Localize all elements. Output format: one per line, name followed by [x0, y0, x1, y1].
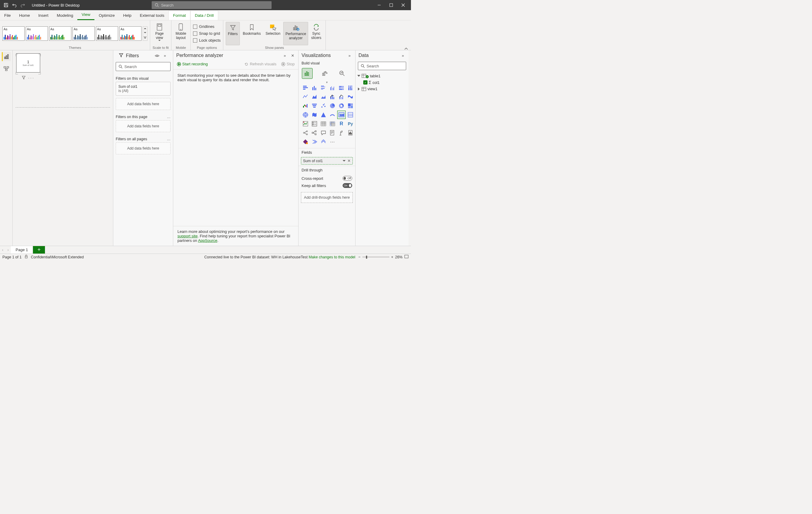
- table-icon[interactable]: [320, 120, 327, 128]
- table-node[interactable]: table1: [357, 73, 407, 79]
- zoom-slider[interactable]: [362, 257, 389, 257]
- maximize-button[interactable]: [385, 0, 397, 10]
- get-more-visuals-icon[interactable]: ⋯: [328, 138, 336, 146]
- minimize-button[interactable]: [373, 0, 385, 10]
- smart-narrative-icon[interactable]: [328, 129, 336, 137]
- drill-dropzone[interactable]: Add drill-through fields here: [301, 192, 353, 203]
- selection-pane-button[interactable]: Selection: [264, 22, 282, 45]
- tab-modeling[interactable]: Modeling: [53, 11, 78, 20]
- filter-card-col1[interactable]: Sum of col1 is (All): [116, 82, 171, 95]
- slicer-icon[interactable]: [311, 120, 318, 128]
- report-view-button[interactable]: [2, 52, 11, 61]
- filters-all-dropzone[interactable]: Add data fields here: [116, 142, 171, 154]
- filters-collapse[interactable]: »: [162, 53, 168, 58]
- themes-gallery[interactable]: Aa Aa Aa Aa Aa Aa: [2, 22, 147, 45]
- redo-icon[interactable]: [20, 2, 26, 8]
- treemap-icon[interactable]: [347, 102, 354, 110]
- key-influencers-icon[interactable]: [301, 129, 309, 137]
- map-icon[interactable]: [301, 111, 309, 119]
- filters-all-more[interactable]: …: [167, 137, 171, 141]
- ribbon-chart-icon[interactable]: [347, 93, 354, 101]
- filters-page-dropzone[interactable]: Add data fields here: [116, 120, 171, 132]
- arcgis-icon[interactable]: [320, 138, 327, 146]
- tab-file[interactable]: File: [0, 11, 15, 20]
- filters-page-more[interactable]: …: [167, 115, 171, 119]
- line-clustered-column-icon[interactable]: [338, 93, 345, 101]
- close-button[interactable]: [397, 0, 409, 10]
- tab-help[interactable]: Help: [119, 11, 136, 20]
- tab-view[interactable]: View: [77, 10, 94, 20]
- page-tab-1[interactable]: Page 1: [11, 246, 33, 254]
- refresh-visuals-button[interactable]: Refresh visuals: [244, 62, 277, 66]
- stacked-bar-icon[interactable]: [301, 84, 309, 92]
- pie-icon[interactable]: [328, 102, 336, 110]
- theme-1[interactable]: Aa: [2, 26, 25, 41]
- appsource-link[interactable]: AppSource: [198, 238, 217, 243]
- view-node[interactable]: view1: [357, 86, 407, 92]
- stacked-column-icon[interactable]: [311, 84, 318, 92]
- filters-show-icon[interactable]: [154, 53, 160, 58]
- filled-map-icon[interactable]: [311, 111, 318, 119]
- themes-more[interactable]: [143, 26, 147, 41]
- add-page-button[interactable]: +: [33, 246, 45, 254]
- tab-home[interactable]: Home: [15, 11, 34, 20]
- page-prev[interactable]: ‹: [0, 246, 5, 254]
- r-visual-icon[interactable]: R: [338, 120, 345, 128]
- power-automate-icon[interactable]: [311, 138, 318, 146]
- model-view-button[interactable]: [2, 64, 11, 73]
- tab-optimize[interactable]: Optimize: [94, 11, 119, 20]
- snap-check[interactable]: Snap to grid: [193, 31, 220, 36]
- card-icon[interactable]: 123: [338, 111, 345, 119]
- paginated-report-icon[interactable]: [347, 129, 354, 137]
- sync-slicers-button[interactable]: Sync slicers: [309, 22, 323, 45]
- remove-field-icon[interactable]: ✕: [347, 159, 351, 163]
- page-next[interactable]: ›: [5, 246, 11, 254]
- zoom-out[interactable]: −: [358, 255, 360, 259]
- support-link[interactable]: support site: [177, 234, 198, 238]
- power-apps-icon[interactable]: [301, 138, 309, 146]
- theme-6[interactable]: Aa: [119, 26, 142, 41]
- perf-close[interactable]: ✕: [290, 53, 295, 58]
- filters-search[interactable]: Search: [116, 62, 171, 71]
- filters-visual-dropzone[interactable]: Add data fields here: [116, 98, 171, 110]
- tab-external-tools[interactable]: External tools: [136, 11, 169, 20]
- save-icon[interactable]: [3, 2, 9, 8]
- page-view-button[interactable]: Page view: [152, 22, 166, 45]
- lock-check[interactable]: Lock objects: [193, 37, 221, 43]
- column-node[interactable]: ✓ Σ col1: [357, 79, 407, 86]
- qa-icon[interactable]: [320, 129, 327, 137]
- kpi-icon[interactable]: [301, 120, 309, 128]
- ribbon-collapse[interactable]: [401, 20, 411, 50]
- hundred-column-icon[interactable]: [347, 84, 354, 92]
- format-visual-tab[interactable]: [320, 68, 330, 79]
- line-icon[interactable]: [301, 93, 309, 101]
- keep-filters-toggle[interactable]: On: [343, 183, 352, 188]
- performance-analyzer-button[interactable]: Performance analyzer: [283, 22, 308, 45]
- gridlines-check[interactable]: Gridlines: [193, 24, 214, 29]
- matrix-icon[interactable]: [328, 120, 336, 128]
- area-icon[interactable]: [311, 93, 318, 101]
- theme-4[interactable]: Aa: [72, 26, 95, 41]
- card-visual[interactable]: 1 Sum of col1: [16, 53, 40, 73]
- theme-5[interactable]: Aa: [96, 26, 118, 41]
- multi-row-card-icon[interactable]: [347, 111, 354, 119]
- funnel-icon[interactable]: [311, 102, 318, 110]
- start-recording-button[interactable]: Start recording: [177, 62, 208, 66]
- tab-data-drill[interactable]: Data / Drill: [190, 10, 218, 20]
- waterfall-icon[interactable]: [301, 102, 309, 110]
- analytics-tab[interactable]: [337, 68, 347, 79]
- scatter-icon[interactable]: [320, 102, 327, 110]
- tab-format[interactable]: Format: [169, 10, 190, 20]
- theme-3[interactable]: Aa: [49, 26, 71, 41]
- decomposition-tree-icon[interactable]: [311, 129, 318, 137]
- fit-page-icon[interactable]: [404, 255, 409, 259]
- bookmarks-pane-button[interactable]: Bookmarks: [241, 22, 263, 45]
- goals-icon[interactable]: [338, 129, 345, 137]
- undo-icon[interactable]: [11, 2, 18, 8]
- visual-filter-icon[interactable]: [22, 76, 26, 81]
- theme-2[interactable]: Aa: [26, 26, 48, 41]
- hundred-bar-icon[interactable]: [338, 84, 345, 92]
- fields-well[interactable]: Sum of col1 ✕: [301, 157, 353, 165]
- visual-more-icon[interactable]: · · ·: [28, 76, 34, 81]
- data-collapse[interactable]: »: [400, 53, 406, 58]
